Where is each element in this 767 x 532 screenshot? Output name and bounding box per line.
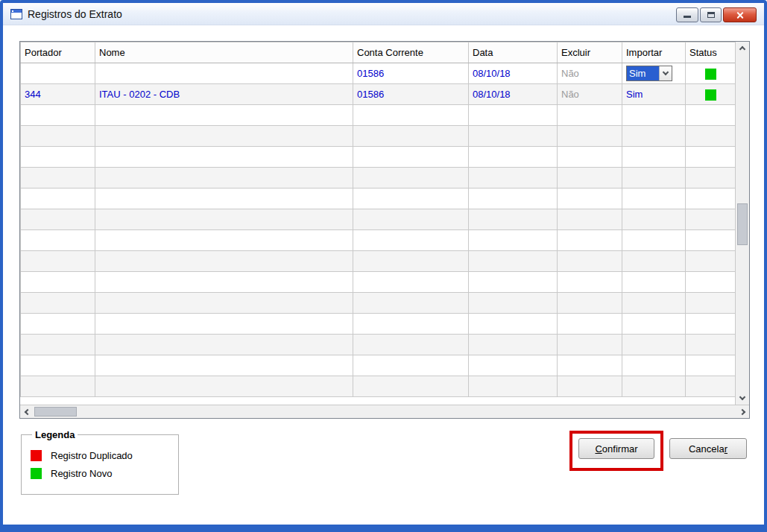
grid-cell[interactable]: [558, 168, 622, 189]
scroll-left-button[interactable]: [20, 405, 33, 418]
grid-cell[interactable]: [686, 335, 736, 355]
grid-cell[interactable]: [686, 293, 736, 314]
minimize-button[interactable]: [676, 7, 698, 22]
grid-cell[interactable]: [686, 168, 736, 189]
grid-cell[interactable]: [353, 189, 469, 209]
grid-cell[interactable]: [21, 355, 95, 376]
grid-cell[interactable]: [622, 293, 686, 314]
grid-cell[interactable]: [21, 335, 95, 355]
cell-status[interactable]: [686, 84, 736, 105]
grid-cell[interactable]: [21, 376, 95, 397]
grid-cell[interactable]: [353, 335, 469, 355]
cell-portador[interactable]: [21, 63, 95, 84]
grid-cell[interactable]: [353, 105, 469, 126]
cell-data[interactable]: 08/10/18: [469, 84, 558, 105]
grid-cell[interactable]: [95, 314, 353, 335]
cell-importar[interactable]: Sim: [622, 84, 686, 105]
column-header-excluir[interactable]: Excluir: [558, 42, 622, 63]
grid-cell[interactable]: [622, 230, 686, 251]
grid-cell[interactable]: [469, 209, 558, 230]
column-header-portador[interactable]: Portador: [21, 42, 95, 63]
grid-cell[interactable]: [558, 251, 622, 272]
cell-data[interactable]: 08/10/18: [469, 63, 558, 84]
grid-cell[interactable]: [95, 293, 353, 314]
grid-cell[interactable]: [469, 272, 558, 293]
grid-cell[interactable]: [21, 251, 95, 272]
scroll-right-button[interactable]: [736, 405, 749, 418]
grid-cell[interactable]: [622, 126, 686, 147]
grid-row[interactable]: 01586 08/10/18 Não Sim: [21, 63, 736, 84]
grid-cell[interactable]: [622, 105, 686, 126]
grid-cell[interactable]: [622, 355, 686, 376]
horizontal-scroll-thumb[interactable]: [34, 407, 77, 417]
grid-cell[interactable]: [95, 355, 353, 376]
grid-cell[interactable]: [686, 230, 736, 251]
grid-row[interactable]: 344 ITAU - 0202 - CDB 01586 08/10/18 Não…: [21, 84, 736, 105]
cell-status[interactable]: [686, 63, 736, 84]
grid-cell[interactable]: [622, 314, 686, 335]
cell-conta-corrente[interactable]: 01586: [353, 84, 469, 105]
grid-cell[interactable]: [622, 168, 686, 189]
grid-cell[interactable]: [558, 189, 622, 209]
grid-cell[interactable]: [622, 147, 686, 168]
grid-cell[interactable]: [95, 147, 353, 168]
grid-cell[interactable]: [558, 293, 622, 314]
grid-cell[interactable]: [21, 105, 95, 126]
grid-cell[interactable]: [622, 376, 686, 397]
column-header-status[interactable]: Status: [686, 42, 736, 63]
grid-cell[interactable]: [622, 189, 686, 209]
grid-cell[interactable]: [21, 168, 95, 189]
grid-cell[interactable]: [469, 376, 558, 397]
vertical-scrollbar[interactable]: [735, 42, 749, 405]
cell-nome[interactable]: [95, 63, 353, 84]
grid-cell[interactable]: [558, 126, 622, 147]
grid-cell[interactable]: [21, 147, 95, 168]
grid-cell[interactable]: [469, 355, 558, 376]
grid-cell[interactable]: [21, 189, 95, 209]
grid-cell[interactable]: [686, 126, 736, 147]
grid-cell[interactable]: [469, 105, 558, 126]
maximize-button[interactable]: [700, 7, 722, 22]
grid-cell[interactable]: [686, 314, 736, 335]
grid-cell[interactable]: [353, 293, 469, 314]
grid-cell[interactable]: [21, 314, 95, 335]
grid-cell[interactable]: [95, 376, 353, 397]
grid-cell[interactable]: [558, 335, 622, 355]
window-icon[interactable]: [10, 9, 22, 19]
cell-importar[interactable]: Sim: [622, 63, 686, 84]
grid-cell[interactable]: [622, 272, 686, 293]
grid-cell[interactable]: [95, 126, 353, 147]
scroll-up-button[interactable]: [736, 42, 749, 54]
grid-cell[interactable]: [353, 168, 469, 189]
cell-excluir[interactable]: Não: [558, 63, 622, 84]
grid-cell[interactable]: [21, 126, 95, 147]
grid-cell[interactable]: [21, 230, 95, 251]
grid-cell[interactable]: [469, 335, 558, 355]
grid-cell[interactable]: [353, 251, 469, 272]
cell-nome[interactable]: ITAU - 0202 - CDB: [95, 84, 353, 105]
column-header-nome[interactable]: Nome: [95, 42, 353, 63]
grid-cell[interactable]: [558, 272, 622, 293]
grid-cell[interactable]: [21, 272, 95, 293]
grid-cell[interactable]: [353, 147, 469, 168]
grid-cell[interactable]: [21, 293, 95, 314]
grid-cell[interactable]: [469, 230, 558, 251]
grid-cell[interactable]: [686, 376, 736, 397]
grid-cell[interactable]: [622, 335, 686, 355]
grid-cell[interactable]: [353, 314, 469, 335]
grid-cell[interactable]: [558, 376, 622, 397]
grid-cell[interactable]: [686, 272, 736, 293]
grid-cell[interactable]: [469, 314, 558, 335]
grid-cell[interactable]: [353, 230, 469, 251]
grid-cell[interactable]: [21, 209, 95, 230]
confirm-button[interactable]: Confirmar: [578, 438, 654, 459]
grid-cell[interactable]: [469, 293, 558, 314]
grid-cell[interactable]: [469, 189, 558, 209]
scroll-down-button[interactable]: [736, 392, 749, 405]
grid-cell[interactable]: [686, 147, 736, 168]
cell-conta-corrente[interactable]: 01586: [353, 63, 469, 84]
grid-cell[interactable]: [469, 147, 558, 168]
grid-cell[interactable]: [686, 189, 736, 209]
grid-cell[interactable]: [353, 376, 469, 397]
grid-cell[interactable]: [558, 209, 622, 230]
